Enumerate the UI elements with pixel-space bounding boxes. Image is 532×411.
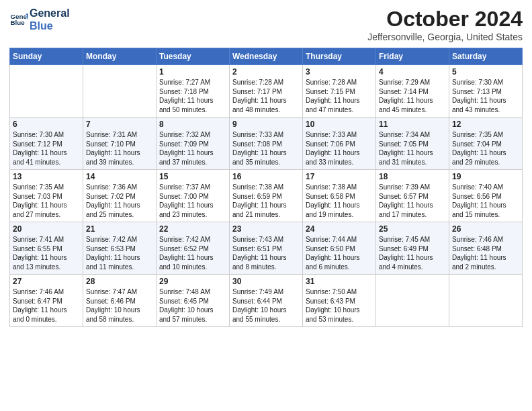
calendar-cell: 2Sunrise: 7:28 AM Sunset: 7:17 PM Daylig… <box>230 65 303 118</box>
day-number: 31 <box>306 277 373 286</box>
header-friday: Friday <box>376 48 449 65</box>
calendar-cell <box>449 275 523 327</box>
logo-icon: General Blue <box>9 10 28 29</box>
calendar-cell: 20Sunrise: 7:41 AM Sunset: 6:55 PM Dayli… <box>10 222 83 275</box>
header: General Blue General Blue October 2024 J… <box>9 7 523 42</box>
calendar-header-row: SundayMondayTuesdayWednesdayThursdayFrid… <box>10 48 523 65</box>
calendar-cell <box>83 65 157 118</box>
calendar-cell: 14Sunrise: 7:36 AM Sunset: 7:02 PM Dayli… <box>83 170 157 222</box>
day-number: 25 <box>379 224 446 234</box>
day-number: 7 <box>86 120 153 129</box>
cell-info: Sunrise: 7:46 AM Sunset: 6:47 PM Dayligh… <box>13 287 80 324</box>
cell-info: Sunrise: 7:47 AM Sunset: 6:46 PM Dayligh… <box>86 287 153 324</box>
cell-info: Sunrise: 7:38 AM Sunset: 6:58 PM Dayligh… <box>306 183 373 219</box>
day-number: 22 <box>159 224 226 234</box>
calendar-cell: 17Sunrise: 7:38 AM Sunset: 6:58 PM Dayli… <box>303 170 376 222</box>
calendar-cell: 13Sunrise: 7:35 AM Sunset: 7:03 PM Dayli… <box>10 170 83 222</box>
day-number: 8 <box>159 120 226 129</box>
calendar-cell: 29Sunrise: 7:48 AM Sunset: 6:45 PM Dayli… <box>157 275 230 327</box>
cell-info: Sunrise: 7:50 AM Sunset: 6:43 PM Dayligh… <box>306 287 373 324</box>
day-number: 13 <box>13 172 80 181</box>
calendar-cell: 9Sunrise: 7:33 AM Sunset: 7:08 PM Daylig… <box>230 118 303 170</box>
cell-info: Sunrise: 7:28 AM Sunset: 7:15 PM Dayligh… <box>306 78 373 114</box>
week-row-4: 20Sunrise: 7:41 AM Sunset: 6:55 PM Dayli… <box>10 222 523 275</box>
calendar-cell: 28Sunrise: 7:47 AM Sunset: 6:46 PM Dayli… <box>83 275 157 327</box>
cell-info: Sunrise: 7:29 AM Sunset: 7:14 PM Dayligh… <box>379 78 446 114</box>
day-number: 28 <box>86 277 153 286</box>
day-number: 1 <box>159 67 226 77</box>
cell-info: Sunrise: 7:30 AM Sunset: 7:12 PM Dayligh… <box>13 130 80 167</box>
week-row-5: 27Sunrise: 7:46 AM Sunset: 6:47 PM Dayli… <box>10 275 523 327</box>
day-number: 17 <box>306 172 373 181</box>
calendar-cell: 21Sunrise: 7:42 AM Sunset: 6:53 PM Dayli… <box>83 222 157 275</box>
cell-info: Sunrise: 7:33 AM Sunset: 7:08 PM Dayligh… <box>232 130 300 167</box>
calendar-cell: 31Sunrise: 7:50 AM Sunset: 6:43 PM Dayli… <box>303 275 376 327</box>
cell-info: Sunrise: 7:38 AM Sunset: 6:59 PM Dayligh… <box>232 183 300 219</box>
cell-info: Sunrise: 7:33 AM Sunset: 7:06 PM Dayligh… <box>306 130 373 167</box>
logo-general: General <box>30 7 70 19</box>
cell-info: Sunrise: 7:42 AM Sunset: 6:53 PM Dayligh… <box>86 235 153 271</box>
cell-info: Sunrise: 7:27 AM Sunset: 7:18 PM Dayligh… <box>159 78 226 114</box>
day-number: 30 <box>232 277 300 286</box>
cell-info: Sunrise: 7:42 AM Sunset: 6:52 PM Dayligh… <box>159 235 226 271</box>
calendar-cell: 1Sunrise: 7:27 AM Sunset: 7:18 PM Daylig… <box>157 65 230 118</box>
day-number: 19 <box>452 172 519 181</box>
day-number: 4 <box>379 67 446 77</box>
calendar-cell: 12Sunrise: 7:35 AM Sunset: 7:04 PM Dayli… <box>449 118 523 170</box>
header-monday: Monday <box>83 48 157 65</box>
cell-info: Sunrise: 7:32 AM Sunset: 7:09 PM Dayligh… <box>159 130 226 167</box>
calendar-cell: 24Sunrise: 7:44 AM Sunset: 6:50 PM Dayli… <box>303 222 376 275</box>
title-block: October 2024 Jeffersonville, Georgia, Un… <box>367 7 523 42</box>
calendar-cell: 27Sunrise: 7:46 AM Sunset: 6:47 PM Dayli… <box>10 275 83 327</box>
calendar-cell: 5Sunrise: 7:30 AM Sunset: 7:13 PM Daylig… <box>449 65 523 118</box>
day-number: 16 <box>232 172 300 181</box>
day-number: 26 <box>452 224 519 234</box>
location: Jeffersonville, Georgia, United States <box>367 32 523 42</box>
page-container: General Blue General Blue October 2024 J… <box>0 0 532 334</box>
day-number: 5 <box>452 67 519 77</box>
calendar-cell: 8Sunrise: 7:32 AM Sunset: 7:09 PM Daylig… <box>157 118 230 170</box>
calendar-cell <box>10 65 83 118</box>
calendar-cell: 23Sunrise: 7:43 AM Sunset: 6:51 PM Dayli… <box>230 222 303 275</box>
day-number: 24 <box>306 224 373 234</box>
cell-info: Sunrise: 7:40 AM Sunset: 6:56 PM Dayligh… <box>452 183 519 219</box>
day-number: 23 <box>232 224 300 234</box>
day-number: 21 <box>86 224 153 234</box>
day-number: 6 <box>13 120 80 129</box>
calendar-cell: 10Sunrise: 7:33 AM Sunset: 7:06 PM Dayli… <box>303 118 376 170</box>
day-number: 18 <box>379 172 446 181</box>
calendar-cell: 7Sunrise: 7:31 AM Sunset: 7:10 PM Daylig… <box>83 118 157 170</box>
day-number: 15 <box>159 172 226 181</box>
cell-info: Sunrise: 7:31 AM Sunset: 7:10 PM Dayligh… <box>86 130 153 167</box>
calendar-cell: 16Sunrise: 7:38 AM Sunset: 6:59 PM Dayli… <box>230 170 303 222</box>
cell-info: Sunrise: 7:37 AM Sunset: 7:00 PM Dayligh… <box>159 183 226 219</box>
calendar-cell: 22Sunrise: 7:42 AM Sunset: 6:52 PM Dayli… <box>157 222 230 275</box>
cell-info: Sunrise: 7:35 AM Sunset: 7:04 PM Dayligh… <box>452 130 519 167</box>
cell-info: Sunrise: 7:41 AM Sunset: 6:55 PM Dayligh… <box>13 235 80 271</box>
svg-text:Blue: Blue <box>10 19 25 27</box>
calendar-cell: 25Sunrise: 7:45 AM Sunset: 6:49 PM Dayli… <box>376 222 449 275</box>
calendar-cell: 26Sunrise: 7:46 AM Sunset: 6:48 PM Dayli… <box>449 222 523 275</box>
cell-info: Sunrise: 7:46 AM Sunset: 6:48 PM Dayligh… <box>452 235 519 271</box>
day-number: 14 <box>86 172 153 181</box>
calendar-cell: 18Sunrise: 7:39 AM Sunset: 6:57 PM Dayli… <box>376 170 449 222</box>
calendar-cell: 30Sunrise: 7:49 AM Sunset: 6:44 PM Dayli… <box>230 275 303 327</box>
cell-info: Sunrise: 7:45 AM Sunset: 6:49 PM Dayligh… <box>379 235 446 271</box>
cell-info: Sunrise: 7:35 AM Sunset: 7:03 PM Dayligh… <box>13 183 80 219</box>
calendar-cell: 3Sunrise: 7:28 AM Sunset: 7:15 PM Daylig… <box>303 65 376 118</box>
cell-info: Sunrise: 7:44 AM Sunset: 6:50 PM Dayligh… <box>306 235 373 271</box>
day-number: 3 <box>306 67 373 77</box>
cell-info: Sunrise: 7:43 AM Sunset: 6:51 PM Dayligh… <box>232 235 300 271</box>
calendar-cell: 6Sunrise: 7:30 AM Sunset: 7:12 PM Daylig… <box>10 118 83 170</box>
day-number: 29 <box>159 277 226 286</box>
header-thursday: Thursday <box>303 48 376 65</box>
month-title: October 2024 <box>367 7 523 32</box>
header-saturday: Saturday <box>449 48 523 65</box>
week-row-2: 6Sunrise: 7:30 AM Sunset: 7:12 PM Daylig… <box>10 118 523 170</box>
day-number: 9 <box>232 120 300 129</box>
cell-info: Sunrise: 7:49 AM Sunset: 6:44 PM Dayligh… <box>232 287 300 324</box>
calendar-table: SundayMondayTuesdayWednesdayThursdayFrid… <box>9 48 523 327</box>
cell-info: Sunrise: 7:36 AM Sunset: 7:02 PM Dayligh… <box>86 183 153 219</box>
calendar-cell <box>376 275 449 327</box>
logo: General Blue General Blue <box>9 7 70 32</box>
